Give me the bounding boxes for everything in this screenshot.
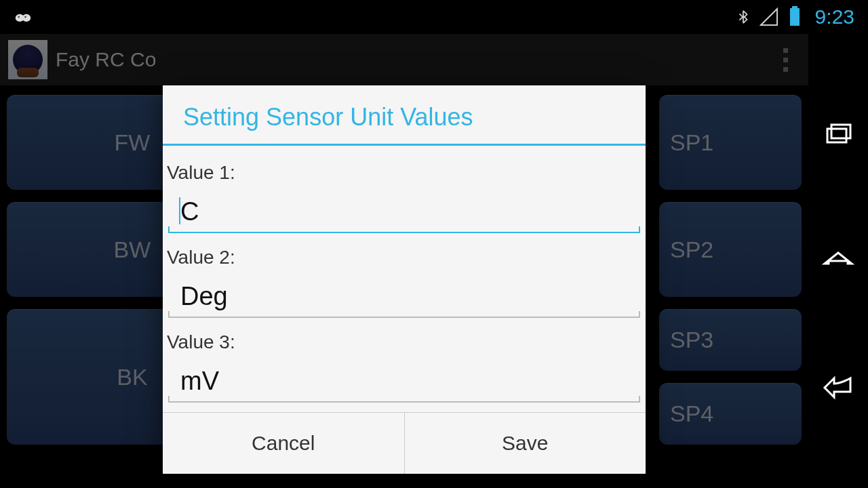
value1-input-wrap	[168, 188, 640, 233]
value2-input-wrap	[168, 272, 640, 318]
value2-label: Value 2:	[165, 239, 643, 272]
dialog-title: Setting Sensor Unit Values	[163, 85, 646, 144]
value2-input[interactable]	[168, 272, 640, 318]
android-debug-icon	[14, 7, 33, 26]
svg-rect-5	[831, 125, 850, 138]
home-button[interactable]	[821, 243, 856, 279]
status-bar: 9:23	[0, 0, 868, 34]
battery-icon	[785, 7, 804, 26]
cancel-button[interactable]: Cancel	[163, 413, 404, 474]
value1-input[interactable]	[168, 188, 640, 233]
svg-point-1	[22, 14, 31, 22]
clock: 9:23	[815, 5, 854, 28]
value1-label: Value 1:	[165, 154, 643, 188]
value3-label: Value 3:	[165, 323, 643, 357]
svg-point-3	[24, 16, 26, 18]
value3-input[interactable]	[168, 357, 640, 403]
system-nav-bar	[808, 34, 868, 488]
sensor-unit-dialog: Setting Sensor Unit Values Value 1: Valu…	[163, 85, 646, 474]
save-button[interactable]: Save	[404, 413, 646, 474]
recent-apps-button[interactable]	[821, 119, 856, 155]
value3-input-wrap	[168, 357, 640, 403]
signal-icon	[760, 7, 778, 26]
bluetooth-icon	[734, 7, 753, 26]
back-button[interactable]	[821, 367, 856, 403]
svg-rect-4	[827, 129, 846, 142]
svg-point-2	[18, 16, 20, 18]
